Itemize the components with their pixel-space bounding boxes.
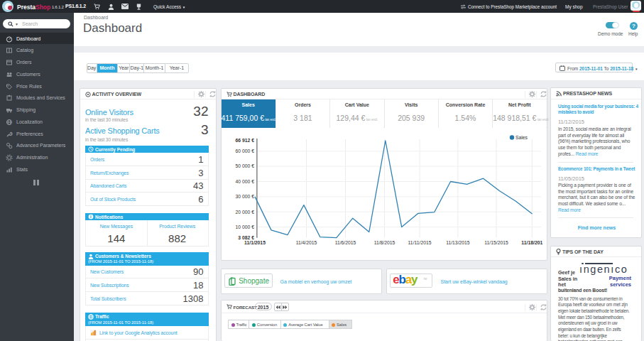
svg-text:66 912 €: 66 912 € [235,138,254,143]
svg-text:11/13/2015: 11/13/2015 [446,240,470,245]
svg-text:3 082 €: 3 082 € [238,235,254,240]
svg-text:11/11/2015: 11/11/2015 [408,240,431,245]
svg-text:11/8/2015: 11/8/2015 [373,240,395,245]
svg-text:30 000 €: 30 000 € [235,194,254,199]
svg-text:11/15/2015: 11/15/2015 [484,240,508,245]
svg-text:11/6/2015: 11/6/2015 [334,240,356,245]
svg-text:10 000 €: 10 000 € [235,224,254,229]
svg-text:11/18/201: 11/18/201 [521,240,542,245]
svg-text:60 000 €: 60 000 € [235,148,254,153]
svg-text:Sales: Sales [515,135,528,140]
svg-text:11/4/2015: 11/4/2015 [295,240,317,245]
svg-text:40 000 €: 40 000 € [235,179,254,184]
svg-text:20 000 €: 20 000 € [235,210,254,215]
svg-text:50 000 €: 50 000 € [235,163,254,168]
svg-text:11/1/2015: 11/1/2015 [244,240,266,245]
